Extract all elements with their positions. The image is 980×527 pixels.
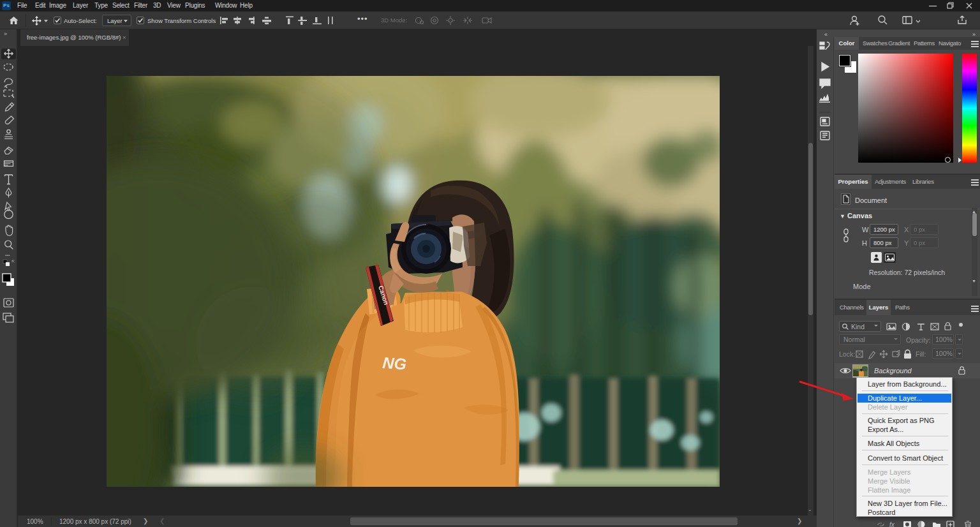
svg-text:fx: fx: [889, 521, 895, 527]
svg-text:NG: NG: [382, 353, 407, 373]
svg-text:...: ...: [5, 251, 10, 257]
